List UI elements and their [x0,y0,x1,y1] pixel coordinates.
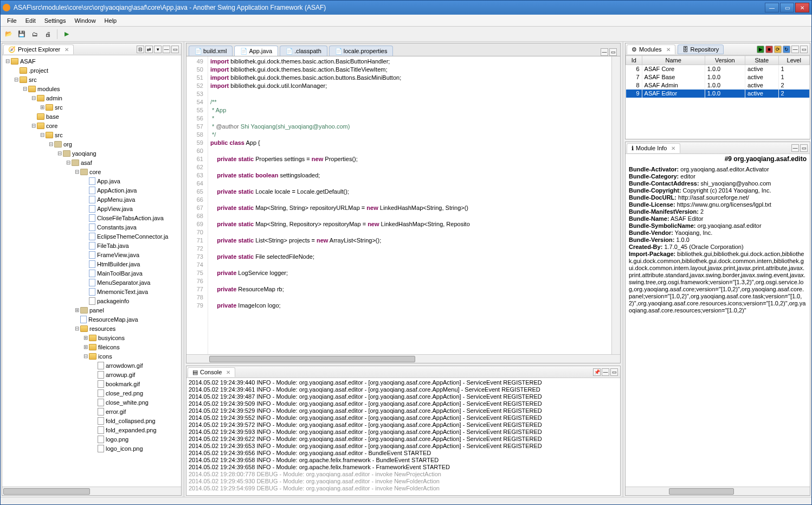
code-line[interactable] [210,212,611,220]
titlebar[interactable]: ASAF\src\modules\core\src\org\yaoqiang\a… [1,1,811,15]
tree-node[interactable]: ⊟resources [2,324,181,333]
tree-node[interactable]: ⊟admin [2,93,181,103]
tree-node[interactable]: arrowdown.gif [2,361,181,370]
update-module-icon[interactable]: ⟳ [774,46,782,53]
tree-node[interactable]: ⊞src [2,103,181,112]
code-line[interactable] [210,245,611,253]
code-line[interactable] [210,228,611,236]
stop-module-icon[interactable]: ■ [765,46,773,53]
tree-node[interactable]: ⊟asaf [2,158,181,167]
maximize-view-icon[interactable]: ▭ [800,144,808,152]
table-row[interactable]: 7ASAF Base1.0.0active1 [626,73,810,81]
tree-node[interactable]: FileTab.java [2,241,181,250]
tree-node[interactable]: ⊟org [2,139,181,149]
save-icon[interactable]: 💾 [17,29,27,39]
column-header[interactable]: State [745,56,778,65]
column-header[interactable]: Level [778,56,809,65]
table-row[interactable]: 9ASAF Editor1.0.0active2 [626,90,810,98]
close-icon[interactable]: ✕ [65,47,69,53]
tree-node[interactable]: ⊟src [2,130,181,139]
code-line[interactable]: private static Map<String, Repository> r… [210,220,611,228]
collapse-icon[interactable]: ⊟ [74,169,80,175]
code-line[interactable]: private LogService logger; [210,269,611,277]
minimize-view-icon[interactable]: — [602,368,609,376]
editor-tab[interactable]: 📄.classpath [280,46,327,56]
tree-node[interactable]: packageinfo [2,296,181,305]
tree-node[interactable]: FrameView.java [2,250,181,259]
tab-modules[interactable]: ⚙ Modules ✕ [627,44,675,54]
menu-file[interactable]: File [3,16,21,25]
collapse-icon[interactable]: ⊟ [48,141,54,147]
collapse-icon[interactable]: ⊟ [30,95,37,101]
tree-node[interactable]: ⊞panel [2,305,181,315]
tab-repository[interactable]: 🗄 Repository [678,44,724,54]
code-line[interactable] [210,277,611,285]
code-line[interactable] [210,293,611,302]
table-row[interactable]: 8ASAF Admin1.0.0active2 [626,81,810,90]
tree-hscroll[interactable] [2,487,181,495]
collapse-icon[interactable]: ⊟ [13,76,20,82]
minimize-view-icon[interactable]: — [163,46,170,53]
maximize-view-icon[interactable]: ▭ [800,46,808,53]
tree-node[interactable]: logo.png [2,434,181,444]
expand-icon[interactable]: ⊞ [74,307,80,313]
tree-node[interactable]: ⊟icons [2,351,181,361]
tree-node[interactable]: fold_expanded.png [2,425,181,434]
editor-hscroll[interactable] [186,354,620,363]
tree-node[interactable]: ResourceMap.java [2,315,181,324]
tree-node[interactable]: EclipseThemeConnector.ja [2,232,181,241]
tree-node[interactable]: ⊟modules [2,84,181,93]
modules-table[interactable]: IdNameVersionStateLevel6ASAF Core1.0.0ac… [626,55,810,98]
code-line[interactable]: private static File selectedFileNode; [210,253,611,261]
menu-edit[interactable]: Edit [21,16,40,25]
column-header[interactable]: Id [626,56,642,65]
tree-node[interactable]: ⊞busyicons [2,333,181,342]
code-line[interactable]: * App [210,106,611,114]
maximize-view-icon[interactable]: ▭ [610,368,618,376]
minimize-editor-icon[interactable]: — [601,48,608,56]
tree-node[interactable]: close_red.png [2,388,181,398]
code-line[interactable] [210,261,611,269]
close-icon[interactable]: ✕ [671,145,675,151]
expand-icon[interactable]: ⊞ [39,104,46,110]
close-button[interactable]: ✕ [795,3,809,12]
code-line[interactable]: */ [210,131,611,139]
view-menu-icon[interactable]: ▾ [154,46,162,53]
code-line[interactable]: public class App { [210,139,611,147]
tab-project-explorer[interactable]: 🧭 Project Explorer ✕ [3,44,74,54]
expand-icon[interactable]: ⊞ [82,344,89,350]
editor-tab[interactable]: 📄locale.properties [329,46,394,56]
maximize-view-icon[interactable]: ▭ [171,46,179,53]
tree-node[interactable]: arrowup.gif [2,370,181,379]
code-line[interactable]: * @author Shi Yaoqiang(shi_yaoqiang@yaho… [210,123,611,131]
code-line[interactable]: /** [210,98,611,106]
link-editor-icon[interactable]: ⇄ [145,46,153,53]
tree-node[interactable]: MnemonicText.java [2,287,181,296]
expand-icon[interactable]: ⊞ [82,335,89,341]
code-line[interactable] [210,90,611,98]
collapse-icon[interactable]: ⊟ [22,86,28,92]
table-row[interactable]: 6ASAF Core1.0.0active1 [626,65,810,73]
code-line[interactable]: private static Properties settings = new… [210,155,611,163]
tree-node[interactable]: App.java [2,176,181,186]
code-line[interactable]: private ResourceMap rb; [210,285,611,293]
code-line[interactable]: private ImageIcon logo; [210,302,611,310]
tree-node[interactable]: base [2,112,181,121]
code-line[interactable]: import bibliothek.gui.dock.themes.basic.… [210,66,611,74]
editor-vscroll[interactable] [611,56,620,354]
open-icon[interactable]: 📂 [4,29,14,39]
code-line[interactable] [210,196,611,204]
tree-node[interactable]: Constants.java [2,222,181,232]
code-line[interactable]: import bibliothek.gui.dock.themes.basic.… [210,57,611,66]
code-line[interactable] [210,147,611,155]
tree-node[interactable]: ⊟src [2,75,181,84]
info-hscroll[interactable] [626,487,810,495]
start-module-icon[interactable]: ▶ [757,46,764,53]
tree-node[interactable]: ⊟core [2,121,181,130]
close-icon[interactable]: ✕ [666,47,671,53]
tree-node[interactable]: error.gif [2,407,181,416]
tab-console[interactable]: ▤ Console ✕ [188,367,235,377]
maximize-button[interactable]: ▭ [780,3,794,12]
menu-settings[interactable]: Settings [40,16,70,25]
minimize-view-icon[interactable]: — [791,144,799,152]
